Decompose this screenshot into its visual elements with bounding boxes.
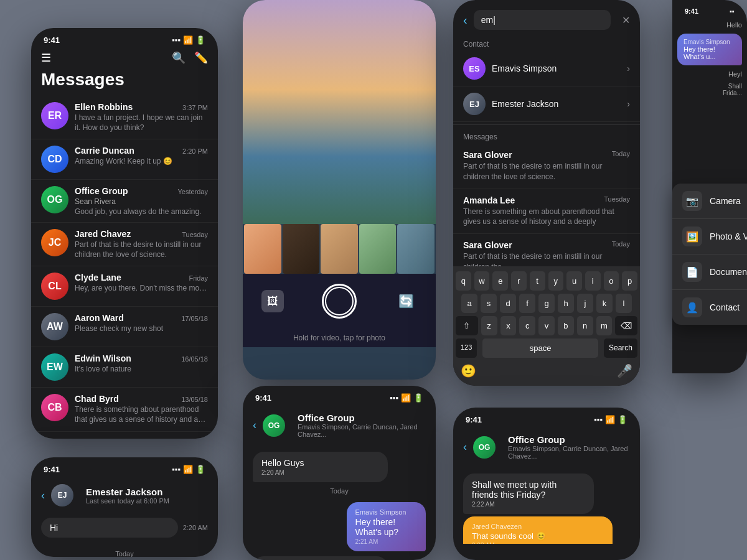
key-w[interactable]: w: [474, 271, 490, 291]
search-input-box[interactable]: em |: [474, 10, 611, 30]
key-j[interactable]: j: [577, 294, 593, 313]
key-r[interactable]: r: [511, 271, 527, 291]
back-button[interactable]: ‹: [253, 419, 256, 432]
received-message: Shall we meet up with friends this Frida…: [463, 474, 594, 514]
list-item[interactable]: CL Clyde Lane Friday Hey, are you there.…: [31, 266, 218, 307]
list-item[interactable]: ER Ellen Robbins 3:37 PM I have a fun pr…: [31, 96, 218, 139]
message-top: Edwin Wilson 16/05/18: [75, 353, 208, 363]
attachment-photo-item[interactable]: 🖼️ Photo & Vid...: [672, 219, 747, 254]
time-display: 9:41: [466, 415, 482, 424]
key-c[interactable]: c: [519, 316, 535, 335]
camera-icon: 📷: [682, 191, 702, 211]
search-key-button[interactable]: Search: [604, 338, 637, 358]
gallery-icon[interactable]: 🖼: [261, 290, 284, 312]
hamburger-icon[interactable]: ☰: [41, 51, 51, 65]
compose-icon[interactable]: ✏️: [194, 51, 208, 65]
message-preview: Hey, are you there. Don't miss the movie…: [75, 284, 208, 292]
key-h[interactable]: h: [558, 294, 574, 313]
sender-name: Sara Glover: [463, 150, 512, 160]
photo-thumbnail[interactable]: [359, 224, 397, 274]
search-icon[interactable]: 🔍: [172, 51, 186, 65]
key-u[interactable]: u: [566, 271, 582, 291]
key-b[interactable]: b: [558, 316, 574, 335]
key-z[interactable]: z: [481, 316, 497, 335]
emoji-icon[interactable]: 🙂: [461, 363, 476, 378]
list-item[interactable]: CB Chad Byrd 13/05/18 There is something…: [31, 388, 218, 431]
attachment-camera-item[interactable]: 📷 Camera: [672, 184, 747, 219]
attachment-document-item[interactable]: 📄 Document: [672, 254, 747, 290]
section-divider: [453, 124, 640, 125]
status-bar: 9:41 ▪▪▪ 📶 🔋: [31, 28, 218, 49]
search-contact-item[interactable]: EJ Emester Jackson ›: [453, 86, 640, 122]
key-y[interactable]: y: [548, 271, 564, 291]
search-contact-item[interactable]: ES Emavis Simpson ›: [453, 51, 640, 86]
photo-thumbnail[interactable]: [244, 224, 281, 274]
list-item[interactable]: AW Aaron Ward 17/05/18 Please check my n…: [31, 307, 218, 347]
key-t[interactable]: t: [530, 271, 545, 291]
message-text: Hey there! What's u...: [684, 45, 716, 60]
key-l[interactable]: l: [616, 294, 632, 313]
key-k[interactable]: k: [596, 294, 613, 313]
attachment-contact-item[interactable]: 👤 Contact: [672, 290, 747, 325]
key-x[interactable]: x: [500, 316, 517, 335]
search-query-text: em: [481, 15, 493, 25]
key-p[interactable]: p: [622, 271, 637, 291]
document-label: Document: [710, 267, 747, 277]
message-top: Office Group Yesterday: [75, 186, 208, 196]
message-top: Amanda Lee Tuesday: [463, 195, 630, 205]
key-numbers[interactable]: 123: [456, 338, 477, 358]
list-item[interactable]: JC Jared Chavez Tuesday Part of that is …: [31, 223, 218, 266]
key-i[interactable]: i: [585, 271, 601, 291]
message-preview: It's love of nature: [75, 365, 208, 373]
message-input[interactable]: Hi: [41, 518, 178, 538]
message-content: Jared Chavez Tuesday Part of that is the…: [75, 229, 208, 259]
key-s[interactable]: s: [481, 294, 497, 313]
photo-strip: [243, 224, 436, 274]
contact-name: Aaron Ward: [75, 313, 124, 323]
emester-chat-panel: 9:41 ▪▪▪ 📶 🔋 ‹ EJ Emester Jackson Last s…: [31, 457, 218, 557]
message-preview: Good job, you always do the amazing.: [75, 207, 208, 216]
message-top: Chad Byrd 13/05/18: [75, 394, 208, 404]
back-button[interactable]: ‹: [463, 13, 467, 27]
list-item[interactable]: OG Office Group Yesterday Sean Rivera Go…: [31, 180, 218, 223]
key-space[interactable]: space: [482, 338, 598, 358]
clear-search-button[interactable]: ✕: [622, 14, 630, 26]
camera-viewfinder[interactable]: [243, 0, 436, 224]
contact-name: Emester Jackson: [86, 487, 169, 497]
key-a[interactable]: a: [461, 294, 477, 313]
shutter-button[interactable]: [322, 284, 357, 319]
key-o[interactable]: o: [604, 271, 619, 291]
photo-thumbnail[interactable]: [283, 224, 320, 274]
photo-thumbnail[interactable]: [321, 224, 358, 274]
key-shift[interactable]: ⇧: [456, 316, 478, 335]
key-g[interactable]: g: [538, 294, 555, 313]
list-item[interactable]: CD Carrie Duncan 2:20 PM Amazing Work! K…: [31, 139, 218, 180]
key-n[interactable]: n: [577, 316, 593, 335]
key-d[interactable]: d: [500, 294, 516, 313]
flip-camera-icon[interactable]: 🔄: [395, 290, 417, 312]
key-delete[interactable]: ⌫: [615, 316, 637, 335]
office-chat2-panel: 9:41 ▪▪▪ 📶 🔋 ‹ OG Office Group Emavis Si…: [453, 408, 640, 560]
office-chat-panel: 9:41 ▪▪▪ 📶 🔋 ‹ OG Office Group Emavis Si…: [243, 386, 436, 560]
mic-icon[interactable]: 🎤: [617, 363, 632, 378]
key-q[interactable]: q: [456, 271, 471, 291]
search-message-item[interactable]: Amanda Lee Tuesday There is something em…: [453, 189, 640, 235]
key-v[interactable]: v: [538, 316, 555, 335]
avatar: CB: [41, 394, 68, 421]
back-button[interactable]: ‹: [41, 489, 45, 502]
sender-label: Jared Chavezen: [472, 523, 604, 530]
message-content: Carrie Duncan 2:20 PM Amazing Work! Keep…: [75, 146, 208, 166]
keyboard-row-1: q w e r t y u i o p: [456, 271, 637, 291]
back-button[interactable]: ‹: [463, 441, 467, 454]
message-time: 17/05/18: [181, 315, 208, 322]
search-message-item[interactable]: Sara Glover Today Part of that is the de…: [453, 144, 640, 189]
key-f[interactable]: f: [519, 294, 535, 313]
list-item[interactable]: EW Edwin Wilson 16/05/18 It's love of na…: [31, 347, 218, 388]
key-m[interactable]: m: [596, 316, 613, 335]
photo-thumbnail[interactable]: [397, 224, 435, 274]
message-time: 2:23 AM: [472, 542, 604, 544]
wifi-icon: 📶: [605, 415, 615, 424]
key-e[interactable]: e: [492, 271, 508, 291]
today-divider: Today: [243, 487, 436, 495]
time-display: 9:41: [255, 393, 271, 403]
